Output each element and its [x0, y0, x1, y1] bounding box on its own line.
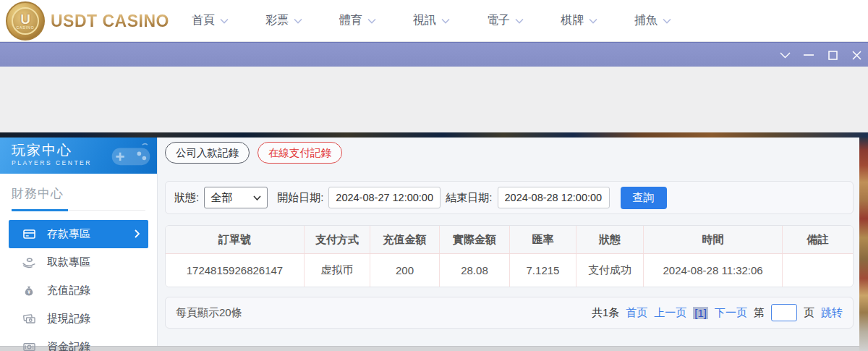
- sidebar-item-label: 充值記錄: [47, 284, 140, 297]
- cell-order-no: 1724815926826147: [166, 254, 305, 287]
- nav-item-lottery[interactable]: 彩票: [265, 13, 302, 28]
- cell-rate: 7.1215: [510, 254, 576, 287]
- col-header-actual-amount: 實際金額: [440, 226, 510, 253]
- col-header-recharge-amount: 充值金額: [370, 226, 440, 253]
- jump-suffix-text: 页: [804, 306, 814, 320]
- nav-item-label: 視訊: [413, 13, 436, 28]
- sidebar-item-label: 存款專區: [47, 227, 135, 241]
- record-tabs: 公司入款記錄 在線支付記錄: [165, 142, 342, 164]
- logo-monogram: U: [20, 13, 30, 25]
- pagination-controls: 共1条 首页 上一页 [1] 下一页 第 页 跳转: [592, 304, 843, 321]
- svg-text:¥: ¥: [27, 289, 30, 294]
- moneybag-icon: ¥: [22, 284, 36, 298]
- chevron-down-icon: [367, 18, 376, 24]
- screen: U CASINO USDT CASINO 首頁 彩票 體育 視訊: [0, 0, 868, 351]
- logo-text: USDT CASINO: [51, 12, 169, 31]
- chevron-down-icon: [515, 18, 524, 24]
- cell-actual-amount: 28.08: [440, 254, 510, 287]
- nav-item-cards[interactable]: 棋牌: [561, 13, 597, 28]
- nav-item-live[interactable]: 視訊: [413, 13, 450, 28]
- sidebar-item-withdrawal-record[interactable]: 提現記錄: [9, 305, 148, 333]
- page-jump-input[interactable]: [771, 304, 797, 321]
- chevron-down-icon: [780, 52, 791, 59]
- end-date-input[interactable]: [498, 187, 610, 208]
- funds-record-icon: [22, 340, 36, 351]
- tab-company-deposit-record[interactable]: 公司入款記錄: [165, 142, 250, 164]
- chevron-down-icon: [589, 18, 597, 24]
- cell-remark: [783, 254, 853, 287]
- search-button[interactable]: 查詢: [621, 187, 667, 209]
- chevron-right-icon: [135, 228, 140, 240]
- withdraw-hand-icon: [22, 255, 36, 270]
- chevron-down-icon: [294, 18, 302, 24]
- cell-recharge-amount: 200: [370, 254, 440, 287]
- window-dropdown-button[interactable]: [779, 49, 791, 61]
- jump-prefix-text: 第: [754, 306, 765, 320]
- sidebar-section-label: 財務中心: [12, 187, 64, 200]
- col-header-status: 狀態: [576, 226, 644, 253]
- prev-page-link[interactable]: 上一页: [654, 306, 686, 320]
- window-maximize-button[interactable]: [827, 49, 838, 61]
- background-image-edge: [859, 138, 868, 351]
- nav-item-label: 電子: [487, 13, 510, 28]
- logo-coin-inner: U CASINO: [12, 7, 39, 35]
- nav-item-label: 首頁: [192, 13, 215, 28]
- sidebar-menu: 存款專區 取款專區 ¥ 充值記錄 提現: [0, 220, 157, 351]
- current-page-indicator[interactable]: [1]: [693, 307, 708, 319]
- first-page-link[interactable]: 首页: [626, 306, 647, 320]
- chevron-down-icon: [220, 18, 229, 24]
- start-date-input[interactable]: [328, 187, 441, 208]
- page-background-band: [0, 67, 868, 132]
- status-label: 狀態:: [174, 191, 199, 205]
- end-date-label: 結束日期:: [446, 191, 492, 205]
- col-header-remark: 備註: [783, 226, 853, 253]
- next-page-link[interactable]: 下一页: [715, 306, 747, 320]
- main-nav: 首頁 彩票 體育 視訊 電子 棋牌: [192, 0, 671, 41]
- jump-action-link[interactable]: 跳转: [821, 306, 843, 320]
- window-close-button[interactable]: [851, 49, 862, 61]
- chevron-down-icon: [253, 195, 261, 200]
- window-minimize-button[interactable]: [803, 49, 814, 61]
- sidebar: 玩家中心 PLAYERS CENTER 財務中心 存款專: [0, 138, 158, 346]
- table-header-row: 訂單號 支付方式 充值金額 實際金額 匯率 狀態 時間 備註: [166, 226, 853, 254]
- sidebar-item-label: 取款專區: [47, 255, 140, 269]
- pagination-bar: 每頁顯示20條 共1条 首页 上一页 [1] 下一页 第 页 跳转: [165, 297, 854, 329]
- sidebar-item-funds-record[interactable]: 資金記錄: [9, 333, 148, 351]
- maximize-icon: [828, 51, 838, 60]
- banknotes-icon: [22, 312, 36, 326]
- chevron-down-icon: [441, 18, 450, 24]
- sidebar-item-recharge-record[interactable]: ¥ 充值記錄: [9, 276, 148, 305]
- close-icon: [852, 51, 861, 60]
- cell-status: 支付成功: [576, 254, 644, 287]
- tab-online-payment-record[interactable]: 在線支付記錄: [258, 142, 342, 164]
- total-count-text: 共1条: [592, 306, 619, 320]
- col-header-pay-method: 支付方式: [305, 226, 370, 253]
- nav-item-home[interactable]: 首頁: [192, 13, 229, 28]
- logo-coin-caption: CASINO: [16, 25, 34, 30]
- status-select-value: 全部: [210, 191, 232, 205]
- top-navbar: U CASINO USDT CASINO 首頁 彩票 體育 視訊: [0, 0, 868, 42]
- window-controls: [779, 43, 862, 67]
- table-row: 1724815926826147 虚拟币 200 28.08 7.1215 支付…: [166, 254, 853, 287]
- page-size-text: 每頁顯示20條: [176, 306, 242, 320]
- sidebar-section-title: 財務中心: [12, 185, 145, 211]
- sidebar-item-withdraw-zone[interactable]: 取款專區: [9, 248, 148, 276]
- col-header-order-no: 訂單號: [166, 226, 305, 253]
- logo-coin-icon: U CASINO: [6, 1, 45, 41]
- start-date-label: 開始日期:: [277, 191, 323, 205]
- nav-item-fishing[interactable]: 捕魚: [634, 13, 671, 28]
- minimize-icon: [804, 54, 814, 56]
- sidebar-item-label: 提現記錄: [47, 312, 140, 326]
- nav-item-slots[interactable]: 電子: [487, 13, 524, 28]
- background-image-strip: [0, 132, 868, 138]
- nav-item-sports[interactable]: 體育: [339, 13, 376, 28]
- nav-item-label: 體育: [339, 13, 362, 28]
- logo[interactable]: U CASINO USDT CASINO: [6, 1, 169, 41]
- sidebar-header: 玩家中心 PLAYERS CENTER: [0, 138, 157, 174]
- status-select[interactable]: 全部: [204, 187, 268, 208]
- sidebar-item-deposit-zone[interactable]: 存款專區: [9, 220, 148, 248]
- nav-item-label: 棋牌: [561, 13, 584, 28]
- nav-item-label: 捕魚: [634, 13, 658, 28]
- cell-time: 2024-08-28 11:32:06: [644, 254, 783, 287]
- section-underline: [12, 209, 68, 211]
